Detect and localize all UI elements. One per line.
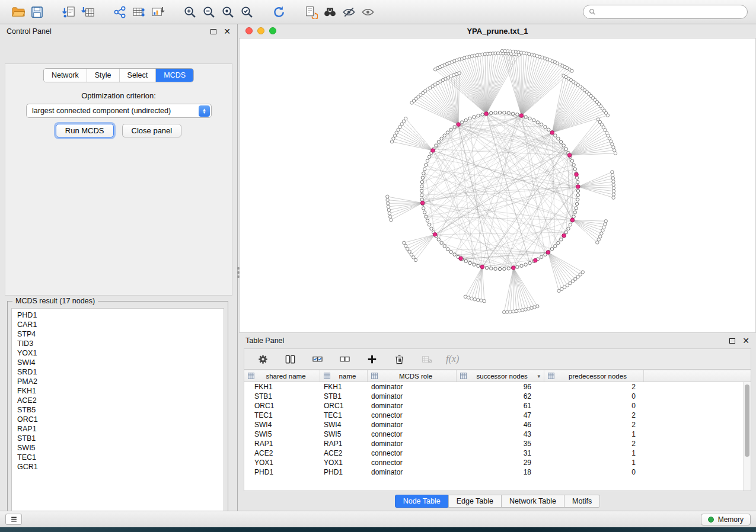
mcds-node-item[interactable]: TEC1 [12, 453, 224, 462]
network-canvas[interactable] [239, 38, 756, 333]
search-network-button[interactable] [320, 2, 339, 21]
column-header-name[interactable]: name [320, 370, 368, 382]
run-mcds-button[interactable]: Run MCDS [56, 124, 114, 137]
apply-layout-button[interactable] [269, 2, 288, 21]
tab-style[interactable]: Style [87, 69, 120, 82]
search-input[interactable] [599, 7, 742, 17]
close-panel-icon[interactable]: ✕ [224, 27, 231, 36]
mcds-node-item[interactable]: SWI4 [12, 358, 224, 367]
table-grid-icon [248, 373, 254, 379]
table-settings-button[interactable] [255, 351, 270, 367]
delete-row-button[interactable] [391, 351, 407, 367]
select-all-button[interactable] [310, 351, 325, 367]
export-image-button[interactable] [148, 2, 167, 21]
import-table-button[interactable] [78, 2, 97, 21]
table-row[interactable]: ACE2ACE2connector311 [244, 448, 751, 458]
criterion-dropdown[interactable]: largest connected component (undirected)… [26, 104, 212, 118]
import-network-button[interactable] [59, 2, 78, 21]
desktop-background [0, 527, 756, 532]
task-history-button[interactable] [5, 514, 22, 525]
table-row[interactable]: STB1STB1dominator620 [244, 392, 751, 401]
network-from-table-button[interactable] [129, 2, 148, 21]
open-file-button[interactable] [8, 2, 27, 21]
share-document-icon [304, 5, 318, 19]
show-graphics-button[interactable] [358, 2, 377, 21]
mcds-node-item[interactable]: PHD1 [12, 310, 224, 320]
mcds-node-item[interactable]: SWI5 [12, 443, 224, 453]
import-table-disabled-button [419, 351, 434, 367]
mcds-node-item[interactable]: YOX1 [12, 348, 224, 358]
tab-motifs[interactable]: Motifs [564, 495, 600, 508]
import-table-disabled-icon [421, 354, 432, 365]
mcds-node-item[interactable]: GCR1 [12, 462, 224, 472]
mcds-result-title: MCDS result (17 nodes) [12, 297, 98, 305]
mcds-node-item[interactable]: ACE2 [12, 396, 224, 405]
zoom-fit-button[interactable] [218, 2, 237, 21]
table-row[interactable]: TEC1TEC1connector472 [244, 411, 751, 420]
network-view-window: YPA_prune.txt_1 [239, 24, 756, 333]
add-row-button[interactable] [364, 351, 379, 367]
zoom-in-button[interactable] [180, 2, 199, 21]
mcds-node-item[interactable]: CAR1 [12, 320, 224, 329]
mcds-node-item[interactable]: RAP1 [12, 424, 224, 434]
window-close-icon[interactable] [245, 27, 253, 34]
tab-mcds[interactable]: MCDS [156, 69, 193, 82]
mcds-result-groupbox: MCDS result (17 nodes) PHD1CAR1STP4TID3Y… [7, 301, 228, 521]
tab-select[interactable]: Select [120, 69, 157, 82]
insert-column-button[interactable] [282, 351, 298, 367]
table-row[interactable]: PHD1PHD1dominator180 [244, 467, 751, 477]
tab-edge-table[interactable]: Edge Table [448, 495, 502, 508]
save-session-button[interactable] [27, 2, 46, 21]
table-row[interactable]: RAP1RAP1dominator352 [244, 439, 751, 448]
table-row[interactable]: ORC1ORC1dominator610 [244, 401, 751, 411]
float-table-panel-icon[interactable] [729, 338, 735, 344]
new-network-button[interactable] [110, 2, 129, 21]
column-header-predecessor-nodes[interactable]: predecessor nodes [544, 370, 644, 382]
zoom-selected-button[interactable] [237, 2, 256, 21]
share-document-button[interactable] [301, 2, 320, 21]
memory-label: Memory [718, 515, 744, 524]
mcds-node-item[interactable]: PMA2 [12, 377, 224, 386]
window-maximize-icon[interactable] [269, 27, 276, 34]
table-row[interactable]: SWI5SWI5connector431 [244, 430, 751, 439]
float-panel-icon[interactable] [210, 29, 216, 34]
hide-graphics-button[interactable] [339, 2, 358, 21]
mcds-node-item[interactable]: SRD1 [12, 367, 224, 377]
table-row[interactable]: YOX1YOX1connector291 [244, 458, 751, 467]
search-box[interactable] [583, 5, 748, 19]
table-row[interactable]: SWI4SWI4dominator462 [244, 420, 751, 430]
table-scrollbar[interactable] [743, 382, 751, 491]
open-folder-icon [11, 5, 25, 19]
mcds-node-item[interactable]: STB5 [12, 405, 224, 415]
mcds-node-item[interactable]: FKH1 [12, 386, 224, 396]
control-panel-tabs: NetworkStyleSelectMCDS [43, 68, 194, 82]
tab-network-table[interactable]: Network Table [501, 495, 564, 508]
tab-network[interactable]: Network [44, 69, 87, 82]
binoculars-icon [323, 5, 337, 19]
mcds-node-item[interactable]: TID3 [12, 339, 224, 348]
mcds-node-item[interactable]: ORC1 [12, 415, 224, 424]
mcds-node-item[interactable]: STB1 [12, 434, 224, 443]
close-panel-button[interactable]: Close panel [122, 124, 182, 137]
zoom-out-button[interactable] [199, 2, 218, 21]
table-grid-icon [460, 373, 467, 379]
table-panel: Table Panel ✕ [239, 334, 756, 511]
unselect-all-button[interactable] [337, 351, 352, 367]
table-row[interactable]: FKH1FKH1dominator962 [244, 382, 751, 392]
search-icon [589, 8, 596, 15]
mcds-result-list[interactable]: PHD1CAR1STP4TID3YOX1SWI4SRD1PMA2FKH1ACE2… [11, 308, 224, 517]
zoom-out-icon [202, 5, 216, 19]
splitter-handle[interactable] [236, 265, 240, 280]
mcds-node-item[interactable]: STP4 [12, 329, 224, 339]
memory-status-icon [708, 517, 714, 523]
zoom-selected-icon [240, 5, 254, 19]
window-minimize-icon[interactable] [257, 27, 264, 34]
close-table-panel-icon[interactable]: ✕ [742, 336, 749, 345]
apply-layout-icon [272, 5, 286, 19]
column-header-successor-nodes[interactable]: successor nodes▾ [457, 370, 544, 382]
memory-button[interactable]: Memory [701, 514, 751, 525]
column-header-shared-name[interactable]: shared name [244, 370, 320, 382]
tab-node-table[interactable]: Node Table [395, 495, 449, 508]
column-header-MCDS-role[interactable]: MCDS role [368, 370, 457, 382]
scrollbar-thumb[interactable] [745, 384, 749, 457]
